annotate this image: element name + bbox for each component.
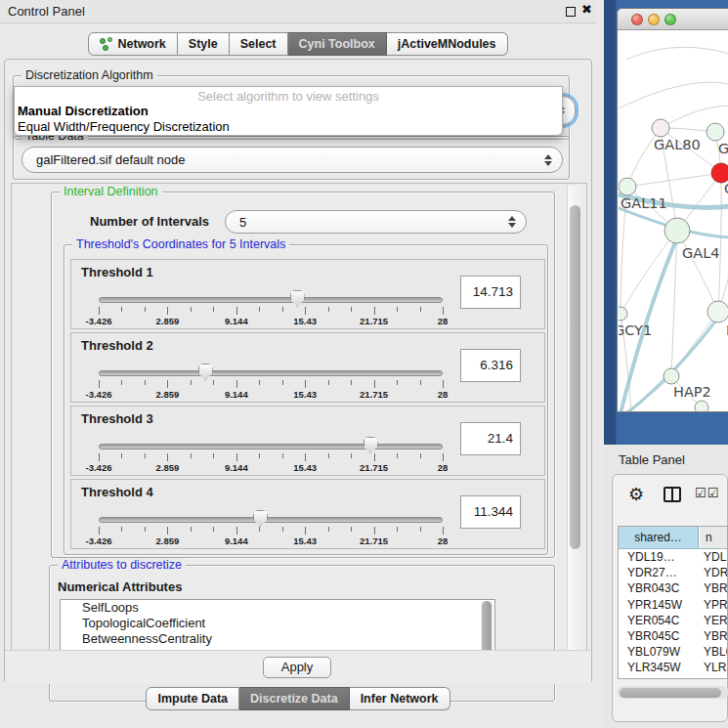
table-row[interactable]: YPR145WYPR1 xyxy=(619,597,727,613)
settings-vertical-scrollbar[interactable] xyxy=(567,186,581,664)
attribute-list-item[interactable]: TopologicalCoefficient xyxy=(61,616,494,631)
slider-tick-label: 15.43 xyxy=(280,462,329,473)
threshold-panel: Threshold 2-3.4262.8599.14415.4321.71528… xyxy=(70,332,545,403)
number-of-intervals-combobox[interactable]: 5 xyxy=(225,210,527,234)
slider-tick xyxy=(167,307,168,315)
slider-tick xyxy=(351,380,352,385)
slider-tick xyxy=(374,380,375,388)
slider-track[interactable] xyxy=(99,517,443,523)
checkbox-filter-icons[interactable]: ☑☑ xyxy=(695,486,719,500)
algorithm-option[interactable]: Manual Discretization xyxy=(18,104,561,119)
threshold-value-field[interactable]: 21.4 xyxy=(460,422,521,455)
table-row[interactable]: YER054CYER0 xyxy=(619,613,727,628)
slider-tick xyxy=(282,453,283,458)
algorithm-options: Manual DiscretizationEqual Width/Frequen… xyxy=(18,104,561,135)
network-node-label: C xyxy=(724,181,728,196)
slider-tick xyxy=(191,453,192,458)
network-canvas[interactable]: GAL80GCGAL11GAL4GCY1HHAP2 xyxy=(619,30,728,412)
split-columns-icon[interactable] xyxy=(664,487,681,502)
attribute-list-item[interactable]: SelfLoops xyxy=(61,600,494,616)
threshold-value-field[interactable]: 14.713 xyxy=(460,276,521,309)
network-node-gal80[interactable] xyxy=(652,119,669,137)
table-row[interactable]: YDL19…YDL1 xyxy=(619,549,727,565)
float-panel-icon[interactable] xyxy=(566,7,576,17)
slider-track[interactable] xyxy=(99,297,443,303)
table-panel-body: ⚙ ☑☑ shared… n YDL19…YDL1YDR27…YDR2YBR04… xyxy=(612,474,728,722)
table-row[interactable]: YBR045CYBR0 xyxy=(619,628,727,644)
slider-thumb[interactable] xyxy=(364,437,378,453)
table-row[interactable]: YDR27…YDR2 xyxy=(619,565,727,580)
slider-tick xyxy=(99,307,100,315)
table-data-combobox[interactable]: galFiltered.sif default node xyxy=(21,147,563,173)
attributes-scrollbar-thumb[interactable] xyxy=(482,601,492,656)
network-node-label: GAL4 xyxy=(682,245,719,261)
network-node-gal4[interactable] xyxy=(664,218,690,243)
slider-tick xyxy=(351,307,352,312)
slider-thumb[interactable] xyxy=(198,364,213,380)
table-horizontal-scrollbar[interactable] xyxy=(617,686,728,699)
slider-tick xyxy=(191,527,192,532)
tab-cyni-toolbox[interactable]: Cyni Toolbox xyxy=(288,32,387,56)
threshold-value-field[interactable]: 6.316 xyxy=(460,349,521,382)
network-edge[interactable] xyxy=(621,231,677,314)
slider-track[interactable] xyxy=(99,370,443,376)
tab-style[interactable]: Style xyxy=(178,32,230,56)
table-row[interactable]: YLR345WYLR3 xyxy=(619,660,727,675)
slider-tick xyxy=(305,453,306,461)
column-header-name[interactable]: n xyxy=(699,527,727,548)
threshold-panel: Threshold 1-3.4262.8599.14415.4321.71528… xyxy=(70,259,545,329)
table-row[interactable]: YIL052CYIL0 xyxy=(619,676,727,680)
slider-track[interactable] xyxy=(99,444,443,450)
algorithm-option[interactable]: Equal Width/Frequency Discretization xyxy=(18,119,561,135)
gear-icon[interactable]: ⚙ xyxy=(628,484,644,505)
close-light-icon[interactable] xyxy=(631,14,643,25)
attribute-list-item[interactable]: BetweennessCentrality xyxy=(61,631,494,647)
slider-tick-label: 28 xyxy=(418,462,467,473)
close-panel-icon[interactable]: ✖ xyxy=(581,2,592,17)
zoom-light-icon[interactable] xyxy=(664,14,676,25)
apply-bar: Apply xyxy=(5,650,591,684)
network-node-hap2[interactable] xyxy=(664,368,679,384)
apply-button[interactable]: Apply xyxy=(263,657,331,678)
network-node-gcy1[interactable] xyxy=(619,307,627,321)
slider-tick xyxy=(397,307,398,312)
network-node-g[interactable] xyxy=(707,123,724,141)
network-node-label: HAP2 xyxy=(673,384,711,400)
slider-tick-label: 15.43 xyxy=(280,389,329,400)
slider-tick xyxy=(443,307,444,315)
network-edge[interactable] xyxy=(718,173,721,312)
network-node-h[interactable] xyxy=(707,301,728,322)
discretization-algorithm-label: Discretization Algorithm xyxy=(21,68,157,82)
network-edge[interactable] xyxy=(619,82,728,108)
slider-tick xyxy=(443,453,444,461)
tab-discretize-data[interactable]: Discretize Data xyxy=(239,687,350,710)
column-header-shared[interactable]: shared… xyxy=(619,527,699,548)
table-row[interactable]: YBL079WYBL0 xyxy=(619,644,727,660)
network-edge[interactable] xyxy=(627,173,721,187)
threshold-label: Threshold 2 xyxy=(81,338,153,353)
network-node[interactable] xyxy=(695,401,708,412)
threshold-value-field[interactable]: 11.344 xyxy=(460,495,521,529)
tab-impute-data[interactable]: Impute Data xyxy=(146,687,239,710)
slider-tick-label: 9.144 xyxy=(212,316,261,326)
network-node-c[interactable] xyxy=(711,163,728,183)
slider-tick xyxy=(145,380,146,385)
table-row[interactable]: YBR043CYBR0 xyxy=(619,580,727,596)
slider-thumb[interactable] xyxy=(290,290,305,307)
slider-thumb[interactable] xyxy=(253,510,268,527)
minimize-light-icon[interactable] xyxy=(648,14,660,25)
slider-tick xyxy=(213,380,214,385)
tab-jactivemnodules[interactable]: jActiveMNodules xyxy=(387,32,508,56)
tab-infer-network[interactable]: Infer Network xyxy=(350,687,450,710)
table-scrollbar-thumb[interactable] xyxy=(620,688,721,698)
network-node-gal11[interactable] xyxy=(619,178,636,195)
settings-scrollbar-thumb[interactable] xyxy=(570,205,580,549)
tab-network[interactable]: Network xyxy=(88,32,177,56)
slider-tick xyxy=(191,380,192,385)
tab-select[interactable]: Select xyxy=(230,32,288,56)
slider-tick xyxy=(259,380,260,385)
cell-name: YDL1 xyxy=(699,549,727,565)
network-edge[interactable] xyxy=(626,47,728,60)
network-edge[interactable] xyxy=(677,231,718,312)
network-window-titlebar[interactable] xyxy=(618,9,728,30)
